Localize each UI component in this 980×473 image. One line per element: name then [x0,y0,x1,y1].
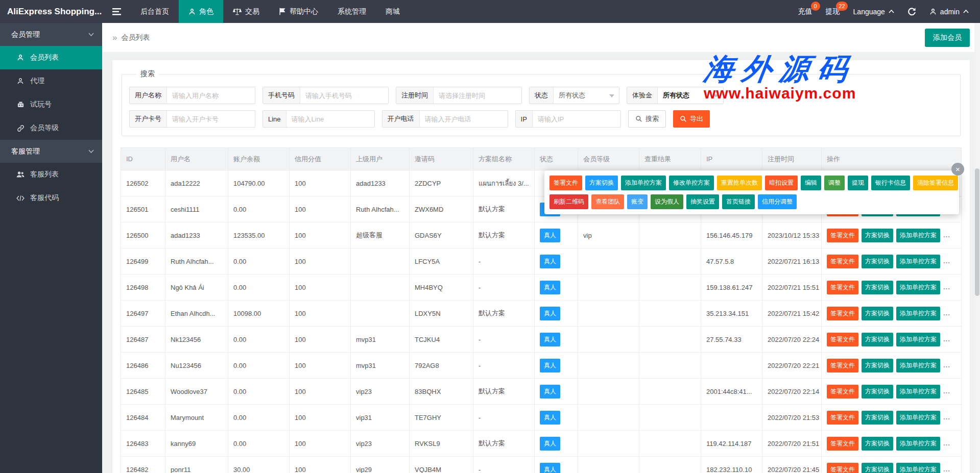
more-actions-button[interactable]: ... [943,335,950,343]
popup-action-button[interactable]: 刷新二维码 [549,194,588,209]
sidebar-item[interactable]: 代理 [0,69,102,93]
add-member-button[interactable]: 添加会员 [925,29,970,47]
popup-action-button[interactable]: 重置抢单次数 [717,176,762,190]
row-action-button[interactable]: 添加单控方案 [896,281,940,294]
nav-item[interactable]: 商城 [376,0,410,23]
row-action-button[interactable]: 添加单控方案 [896,229,940,242]
row-action-button[interactable]: 方案切换 [862,229,893,242]
row-action-button[interactable]: 签署文件 [827,229,858,242]
popup-action-button[interactable]: 修改单控方案 [669,176,714,190]
sidebar-item[interactable]: 会员列表 [0,46,102,69]
more-actions-button[interactable]: ... [943,439,950,447]
sidebar-group-header[interactable]: 客服管理 [0,140,102,163]
user-menu[interactable]: admin [929,8,969,16]
row-action-button[interactable]: 签署文件 [827,411,858,425]
row-action-button[interactable]: 方案切换 [862,411,893,425]
filter-input[interactable] [434,87,521,104]
row-action-button[interactable]: 添加单控方案 [896,437,940,451]
popup-close-button[interactable]: × [951,163,964,176]
cell-status: 真人 [535,327,578,353]
filter-input[interactable] [286,111,374,127]
popup-action-button[interactable]: 调整 [824,176,845,190]
nav-item[interactable]: 角色 [179,0,223,23]
filter-input[interactable] [420,111,508,127]
popup-action-button[interactable]: 签署文件 [549,176,582,190]
sidebar-item[interactable]: 会员等级 [0,116,102,140]
sidebar-item[interactable]: 试玩号 [0,93,102,116]
popup-action-button[interactable]: 查看团队 [591,194,624,209]
popup-action-button[interactable]: 账变 [627,194,648,209]
row-action-button[interactable]: 添加单控方案 [896,385,940,399]
popup-action-button[interactable]: 首页链接 [722,194,755,209]
filter-input[interactable] [533,111,620,127]
more-actions-button[interactable]: ... [943,387,950,395]
content-card: 搜索 用户名称手机号码注册时间状态所有状态体验金所有状态 开户卡号Line开户电… [112,60,970,473]
more-actions-button[interactable]: ... [943,231,950,239]
row-action-button[interactable]: 方案切换 [862,359,893,372]
header-right: 充值 0 提现 22 Language admin [798,7,980,16]
select-value[interactable]: 所有状态 [658,87,723,104]
popup-action-button[interactable]: 编辑 [801,176,821,190]
row-action-button[interactable]: 添加单控方案 [896,411,940,425]
row-action-button[interactable]: 签署文件 [827,359,858,372]
filter-field: Line [262,110,375,128]
popup-action-button[interactable]: 清除签署信息 [913,176,958,190]
person-icon [929,8,937,15]
scrollbar-track[interactable] [974,23,980,473]
more-actions-button[interactable]: ... [943,309,950,317]
nav-item[interactable]: 帮助中心 [269,0,328,23]
more-actions-button[interactable]: ... [943,361,950,369]
row-action-button[interactable]: 方案切换 [862,333,893,346]
row-action-button[interactable]: 方案切换 [862,307,893,320]
popup-action-button[interactable]: 提现 [848,176,868,190]
table-row: 126498Ngô Khả Ái0.00100MH4BYQ-真人159.138.… [121,275,962,301]
search-button[interactable]: 搜索 [628,110,666,128]
row-action-button[interactable]: 方案切换 [862,281,893,294]
row-action-button[interactable]: 方案切换 [862,385,893,399]
more-actions-button[interactable]: ... [943,257,950,265]
refresh-button[interactable] [907,7,916,16]
status-badge: 真人 [540,463,560,473]
more-actions-button[interactable]: ... [943,413,950,421]
more-actions-button[interactable]: ... [943,465,950,473]
row-action-button[interactable]: 签署文件 [827,255,858,268]
nav-item[interactable]: 交易 [223,0,269,23]
popup-action-button[interactable]: 信用分调整 [758,194,797,209]
row-action-button[interactable]: 添加单控方案 [896,463,940,473]
row-action-button[interactable]: 方案切换 [862,437,893,451]
row-action-button[interactable]: 添加单控方案 [896,307,940,320]
sidebar-item[interactable]: 客服列表 [0,163,102,186]
sidebar-item[interactable]: 客服代码 [0,186,102,210]
row-action-button[interactable]: 方案切换 [862,463,893,473]
withdraw-button[interactable]: 提现 22 [826,7,840,16]
row-action-button[interactable]: 添加单控方案 [896,333,940,346]
filter-input[interactable] [167,87,255,104]
popup-action-button[interactable]: 设为假人 [651,194,683,209]
sidebar-group-header[interactable]: 会员管理 [0,23,102,46]
row-action-button[interactable]: 签署文件 [827,281,858,294]
menu-toggle-button[interactable] [102,0,131,23]
recharge-button[interactable]: 充值 0 [798,7,812,16]
row-action-button[interactable]: 签署文件 [827,307,858,320]
scrollbar-thumb[interactable] [975,168,979,296]
nav-item[interactable]: 系统管理 [328,0,376,23]
row-action-button[interactable]: 签署文件 [827,333,858,346]
row-action-button[interactable]: 方案切换 [862,255,893,268]
row-action-button[interactable]: 签署文件 [827,437,858,451]
popup-action-button[interactable]: 银行卡信息 [871,176,910,190]
row-action-button[interactable]: 签署文件 [827,463,858,473]
popup-action-button[interactable]: 暗扣设置 [765,176,798,190]
popup-action-button[interactable]: 方案切换 [585,176,618,190]
row-action-button[interactable]: 添加单控方案 [896,255,940,268]
filter-input[interactable] [300,87,388,104]
more-actions-button[interactable]: ... [943,283,950,291]
popup-action-button[interactable]: 添加单控方案 [621,176,666,190]
language-dropdown[interactable]: Language [853,8,894,16]
popup-action-button[interactable]: 抽奖设置 [686,194,719,209]
row-action-button[interactable]: 签署文件 [827,385,858,399]
nav-item[interactable]: 后台首页 [131,0,179,23]
export-button[interactable]: 导出 [673,110,710,128]
filter-input[interactable] [167,111,255,127]
select-value[interactable]: 所有状态 [554,87,619,104]
row-action-button[interactable]: 添加单控方案 [896,359,940,372]
